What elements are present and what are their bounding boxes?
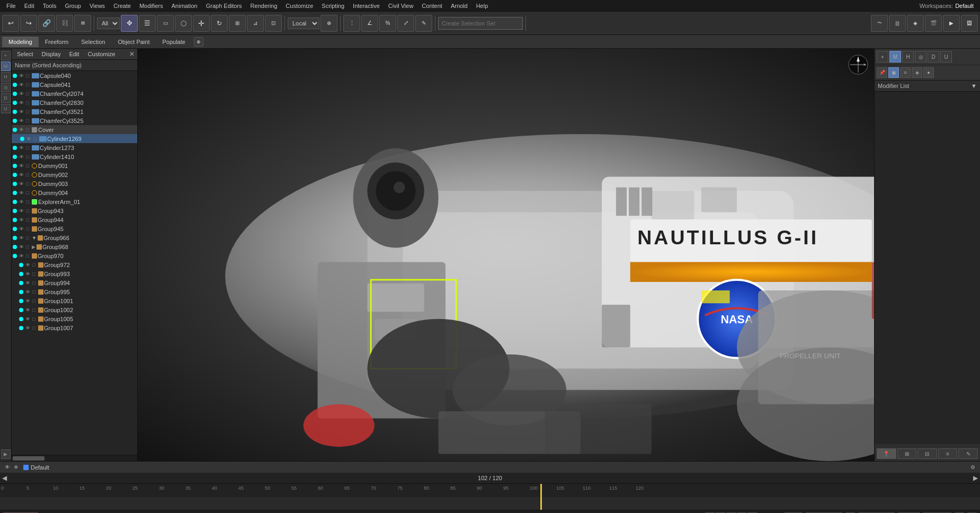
- list-item[interactable]: 👁 □ ▼ Group966: [12, 233, 137, 242]
- render-icon[interactable]: □: [24, 154, 31, 160]
- menu-civil-view[interactable]: Civil View: [384, 2, 417, 10]
- render-icon[interactable]: □: [31, 280, 37, 286]
- hierarchy-mode-button[interactable]: H: [902, 51, 914, 63]
- layer-settings-button[interactable]: ⚙: [968, 463, 977, 472]
- list-item[interactable]: 👁 □ ChamferCyl2074: [12, 89, 137, 98]
- menu-views[interactable]: Views: [85, 2, 109, 10]
- layer-freeze-button[interactable]: ❄: [12, 463, 20, 472]
- visibility-icon[interactable]: 👁: [18, 181, 24, 187]
- tab-populate[interactable]: Populate: [156, 37, 191, 47]
- scale-button[interactable]: ⊞: [229, 15, 246, 32]
- visibility-icon[interactable]: 👁: [18, 91, 24, 97]
- menu-group[interactable]: Group: [60, 2, 85, 10]
- selection-type-dropdown[interactable]: All: [97, 17, 120, 29]
- timeline-current-frame-marker[interactable]: [540, 484, 542, 497]
- visibility-icon[interactable]: 👁: [18, 109, 24, 115]
- render-icon[interactable]: □: [24, 208, 31, 214]
- render-icon[interactable]: □: [24, 253, 31, 259]
- undo-button[interactable]: ↩: [2, 15, 19, 32]
- modifier-list-dropdown-arrow[interactable]: ▼: [971, 83, 977, 89]
- menu-edit[interactable]: Edit: [20, 2, 39, 10]
- pin-modifier-button[interactable]: 📌: [877, 67, 887, 78]
- menu-arnold[interactable]: Arnold: [447, 2, 472, 10]
- render-setup-button[interactable]: 🎬: [925, 15, 942, 32]
- render-icon[interactable]: □: [24, 91, 31, 97]
- list-item[interactable]: 👁 □ Cover: [12, 125, 137, 134]
- visibility-icon[interactable]: 👁: [24, 298, 31, 304]
- panel-tab-select[interactable]: Select: [13, 50, 38, 58]
- render-icon[interactable]: □: [24, 109, 31, 115]
- material-editor-button[interactable]: ◈: [907, 15, 924, 32]
- render-icon[interactable]: □: [24, 172, 31, 178]
- utilities-mode-button[interactable]: U: [940, 51, 952, 63]
- visibility-icon[interactable]: 👁: [18, 172, 24, 178]
- visibility-icon[interactable]: 👁: [18, 127, 24, 133]
- render-icon[interactable]: □: [31, 271, 37, 277]
- viewport[interactable]: [+] [Perspective] [User Defined] [Defaul…: [138, 49, 874, 461]
- render-icon[interactable]: □: [31, 316, 37, 322]
- list-item[interactable]: 👁 □ ChamferCyl3525: [12, 116, 137, 125]
- layer-visibility-button[interactable]: 👁: [3, 463, 12, 472]
- visibility-icon[interactable]: 👁: [24, 262, 31, 268]
- rectangular-selection-button[interactable]: ▭: [157, 15, 174, 32]
- visibility-icon[interactable]: 👁: [18, 82, 24, 88]
- side-play-icon[interactable]: ▶: [1, 449, 11, 459]
- list-item[interactable]: 👁 □ Cylinder1269: [12, 134, 137, 143]
- list-item[interactable]: 👁 □ Dummy001: [12, 161, 137, 170]
- list-item[interactable]: 👁 □ Group1001: [12, 296, 137, 305]
- spinner-snap-button[interactable]: ⤢: [397, 15, 414, 32]
- object-list-sort-header[interactable]: Name (Sorted Ascending): [12, 60, 137, 71]
- list-horizontal-scrollbar[interactable]: [12, 455, 137, 461]
- list-item[interactable]: 👁 □ Capsule041: [12, 80, 137, 89]
- menu-create[interactable]: Create: [109, 2, 135, 10]
- list-item[interactable]: 👁 □ ChamferCyl3521: [12, 107, 137, 116]
- pivot-button[interactable]: ⊕: [320, 15, 337, 32]
- list-item[interactable]: 👁 □ Dummy002: [12, 170, 137, 179]
- render-icon[interactable]: □: [24, 82, 31, 88]
- visibility-icon[interactable]: 👁: [18, 199, 24, 205]
- menu-tools[interactable]: Tools: [39, 2, 61, 10]
- render-icon[interactable]: □: [24, 100, 31, 106]
- render-icon[interactable]: □: [24, 145, 31, 151]
- visibility-icon[interactable]: 👁: [18, 154, 24, 160]
- render-frame-button[interactable]: 🖼: [961, 15, 978, 32]
- render-icon[interactable]: □: [24, 244, 31, 250]
- render-icon[interactable]: □: [31, 262, 37, 268]
- render-icon[interactable]: □: [24, 73, 31, 79]
- reference-coord-dropdown[interactable]: Local: [288, 17, 319, 29]
- render-icon[interactable]: □: [24, 217, 31, 223]
- render-icon[interactable]: □: [24, 190, 31, 196]
- visibility-icon[interactable]: 👁: [24, 307, 31, 313]
- modify-mode-button[interactable]: M: [889, 51, 901, 63]
- tab-freeform[interactable]: Freeform: [39, 37, 75, 47]
- list-item[interactable]: 👁 □ Group943: [12, 206, 137, 215]
- render-icon[interactable]: □: [24, 118, 31, 124]
- menu-content[interactable]: Content: [417, 2, 447, 10]
- visibility-icon[interactable]: 👁: [18, 190, 24, 196]
- visibility-icon[interactable]: 👁: [24, 316, 31, 322]
- render-icon[interactable]: □: [32, 136, 38, 142]
- list-item[interactable]: 👁 □ Group944: [12, 215, 137, 224]
- panel-tab-customize[interactable]: Customize: [84, 50, 120, 58]
- render-icon[interactable]: □: [24, 235, 31, 241]
- tab-selection[interactable]: Selection: [75, 37, 111, 47]
- bind-space-warp-button[interactable]: ≋: [74, 15, 91, 32]
- menu-customize[interactable]: Customize: [281, 2, 317, 10]
- timeline-next-arrow[interactable]: ▶: [973, 474, 978, 482]
- side-motion-icon[interactable]: ◎: [1, 83, 11, 92]
- render-icon[interactable]: □: [24, 127, 31, 133]
- modifier-tab-pin[interactable]: 📍: [877, 448, 896, 459]
- scroll-thumb[interactable]: [13, 456, 44, 461]
- sub-toolbar-extra-button[interactable]: ⊕: [194, 37, 203, 47]
- motion-mode-button[interactable]: ◎: [915, 51, 926, 63]
- menu-modifiers[interactable]: Modifiers: [135, 2, 167, 10]
- render-icon[interactable]: □: [31, 325, 37, 331]
- visibility-icon[interactable]: 👁: [18, 253, 24, 259]
- render-icon[interactable]: □: [31, 307, 37, 313]
- visibility-icon[interactable]: 👁: [18, 235, 24, 241]
- unlink-button[interactable]: ⛓: [56, 15, 73, 32]
- circular-selection-button[interactable]: ◯: [175, 15, 192, 32]
- dope-sheet-button[interactable]: |||: [889, 15, 906, 32]
- link-button[interactable]: 🔗: [38, 15, 55, 32]
- list-item[interactable]: 👁 □ Group1002: [12, 305, 137, 314]
